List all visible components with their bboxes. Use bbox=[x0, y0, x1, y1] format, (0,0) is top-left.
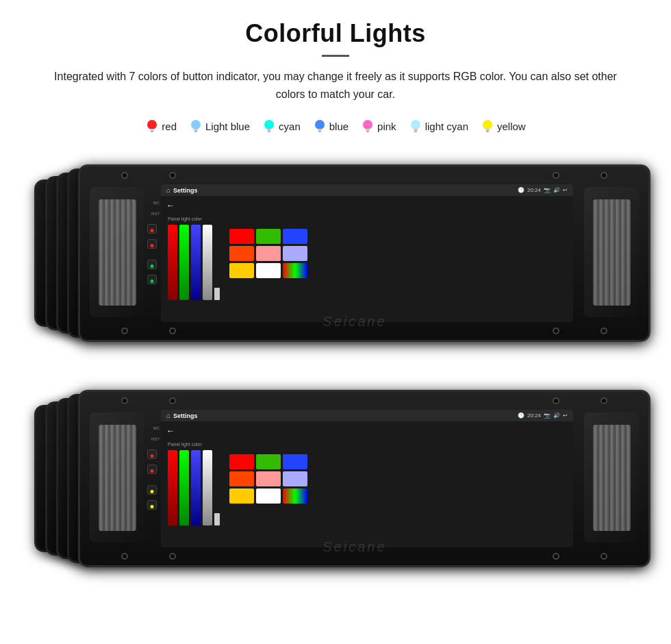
btn-back-2[interactable] bbox=[147, 465, 157, 474]
left-vent-2 bbox=[90, 412, 144, 543]
car-unit-1: MC RST ⌂ bbox=[21, 152, 650, 354]
btn-indicator-green bbox=[151, 264, 154, 268]
grid2-cell-1[interactable] bbox=[256, 454, 281, 469]
mount-hole-tm bbox=[169, 172, 176, 179]
android-screen-2: ⌂ Settings 🕐 20:24 📷 🔊 ↩ ← Panel light c… bbox=[161, 410, 573, 547]
mount-hole-bl bbox=[121, 327, 128, 334]
bar-green-2 bbox=[179, 450, 189, 525]
color-grid-section bbox=[229, 216, 307, 300]
bar-red bbox=[168, 225, 177, 300]
btn-vol-2b[interactable] bbox=[147, 500, 157, 510]
mount-hole-bm bbox=[169, 327, 176, 334]
color-item-cyan: cyan bbox=[262, 118, 301, 134]
screen-settings-title-2: Settings bbox=[173, 412, 515, 419]
bulb-yellow bbox=[481, 118, 494, 134]
clock-icon-2: 🕐 bbox=[518, 412, 524, 419]
svg-rect-7 bbox=[267, 129, 271, 131]
btn-vol-2a[interactable] bbox=[147, 485, 157, 495]
android-screen: ⌂ Settings 🕐 20:24 📷 🔊 ↩ ← Panel light bbox=[161, 184, 573, 322]
bar-blue bbox=[191, 225, 201, 300]
grid2-cell-0[interactable] bbox=[229, 454, 254, 469]
btn-indicator-green2 bbox=[151, 280, 154, 283]
gradient-bars-container bbox=[168, 225, 220, 300]
mount-hole-2-tr bbox=[553, 397, 559, 404]
btn-vol2[interactable] bbox=[147, 275, 157, 284]
bar-red-2 bbox=[168, 450, 177, 525]
btn-indicator-red bbox=[151, 229, 154, 232]
grid-cell-5[interactable] bbox=[283, 246, 307, 261]
back-nav-icon-2[interactable]: ← bbox=[166, 426, 175, 436]
color-item-yellow: yellow bbox=[481, 118, 526, 134]
grid2-cell-7[interactable] bbox=[256, 488, 281, 504]
android-topbar-2: ⌂ Settings 🕐 20:24 📷 🔊 ↩ bbox=[161, 410, 573, 421]
grid-cell-3[interactable] bbox=[229, 246, 254, 261]
color-item-red: red bbox=[145, 118, 177, 134]
btn-vol[interactable] bbox=[147, 260, 157, 269]
watermark-1: Seicane bbox=[322, 314, 386, 330]
bar-selector-2 bbox=[214, 513, 220, 525]
btn-back[interactable] bbox=[147, 239, 157, 249]
bar-white bbox=[203, 225, 212, 300]
color-label-yellow: yellow bbox=[497, 121, 526, 132]
color-label-red: red bbox=[162, 121, 177, 132]
grid-cell-0[interactable] bbox=[229, 229, 254, 244]
car-section-1: MC RST ⌂ bbox=[0, 147, 671, 365]
bar-selector bbox=[214, 288, 220, 300]
grid2-cell-5[interactable] bbox=[283, 471, 307, 486]
svg-rect-20 bbox=[486, 131, 489, 132]
mount-hole-2-tr2 bbox=[600, 397, 607, 404]
watermark-2: Seicane bbox=[322, 539, 386, 555]
mount-hole-2-br2 bbox=[600, 553, 607, 560]
grid2-cell-8[interactable] bbox=[283, 488, 307, 504]
car-unit-2: MC RST ⌂ Setting bbox=[21, 377, 650, 580]
svg-point-0 bbox=[147, 120, 157, 129]
page-header: Colorful Lights Integrated with 7 colors… bbox=[0, 0, 671, 111]
color-picker-section-2: Panel light color bbox=[168, 442, 220, 525]
mount-hole-br2 bbox=[600, 327, 607, 334]
bar-white-2 bbox=[203, 450, 212, 525]
color-item-lightblue: Light blue bbox=[189, 118, 250, 134]
grid-cell-4[interactable] bbox=[256, 246, 281, 261]
volume-icon-2: 🔊 bbox=[553, 412, 560, 419]
svg-point-18 bbox=[483, 120, 492, 129]
svg-rect-4 bbox=[194, 129, 198, 131]
android-topbar: ⌂ Settings 🕐 20:24 📷 🔊 ↩ bbox=[161, 184, 573, 196]
vent-blades-right bbox=[593, 199, 631, 306]
mount-hole-tr bbox=[553, 172, 559, 179]
screen-time: 20:24 bbox=[527, 187, 541, 193]
clock-icon: 🕐 bbox=[518, 187, 524, 193]
grid2-cell-4[interactable] bbox=[256, 471, 281, 486]
back-nav-icon[interactable]: ← bbox=[166, 201, 175, 210]
btn-power-2[interactable] bbox=[147, 449, 157, 459]
grid-cell-2[interactable] bbox=[283, 229, 307, 244]
grid2-cell-3[interactable] bbox=[229, 471, 254, 486]
svg-rect-8 bbox=[268, 131, 270, 132]
color-item-blue: blue bbox=[313, 118, 349, 134]
page-description: Integrated with 7 colors of button indic… bbox=[41, 68, 630, 103]
color-label-lightblue: Light blue bbox=[205, 121, 250, 132]
color-label-lightcyan: light cyan bbox=[425, 121, 468, 132]
screen-settings-title: Settings bbox=[173, 187, 515, 194]
grid2-cell-2[interactable] bbox=[283, 454, 307, 469]
grid-cell-6[interactable] bbox=[229, 263, 254, 278]
screen-time-2: 20:24 bbox=[527, 412, 541, 419]
mount-hole-tr2 bbox=[600, 172, 607, 179]
btn-indicator-yellow-2a bbox=[151, 490, 154, 493]
grid2-cell-6[interactable] bbox=[229, 488, 254, 504]
svg-rect-17 bbox=[414, 131, 417, 132]
color-label-cyan: cyan bbox=[279, 121, 301, 132]
svg-rect-14 bbox=[366, 131, 369, 132]
svg-rect-16 bbox=[414, 129, 418, 131]
btn-power[interactable] bbox=[147, 224, 157, 234]
back-icon-2: ↩ bbox=[563, 412, 568, 419]
grid-cell-8[interactable] bbox=[283, 263, 307, 278]
color-indicators-row: red Light blue cyan blue pink light cyan bbox=[0, 111, 671, 147]
side-buttons: MC RST bbox=[147, 201, 160, 284]
svg-point-9 bbox=[315, 120, 325, 129]
left-vent bbox=[90, 187, 144, 317]
right-vent-2 bbox=[584, 412, 639, 543]
grid-cell-7[interactable] bbox=[256, 263, 281, 278]
grid-cell-1[interactable] bbox=[256, 229, 281, 244]
nav-bar: ← bbox=[161, 196, 573, 214]
svg-rect-1 bbox=[150, 129, 154, 131]
